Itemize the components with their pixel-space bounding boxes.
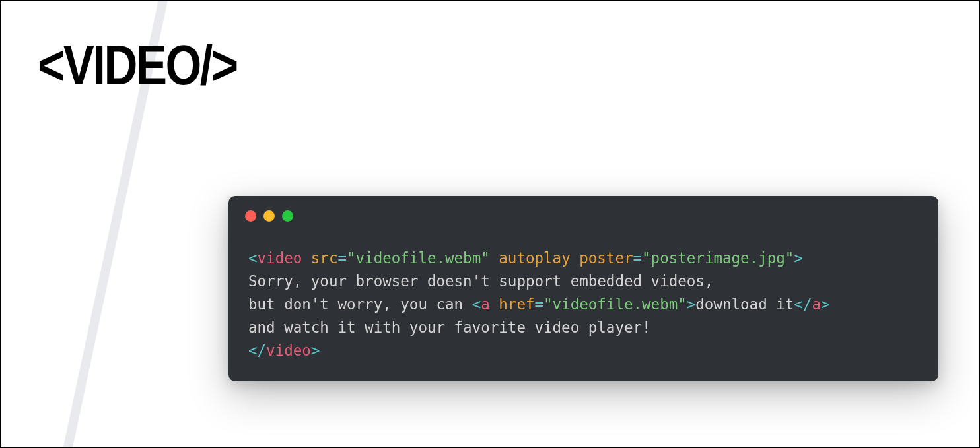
code-line-2: Sorry, your browser doesn't support embe… xyxy=(248,272,713,290)
code-line-1: <video src="videofile.webm" autoplay pos… xyxy=(248,249,803,267)
window-controls xyxy=(228,196,938,222)
code-block: <video src="videofile.webm" autoplay pos… xyxy=(228,222,938,362)
minimize-icon[interactable] xyxy=(263,210,275,222)
code-line-5: </video> xyxy=(248,342,320,359)
close-icon[interactable] xyxy=(245,210,256,222)
code-line-3: but don't worry, you can <a href="videof… xyxy=(248,296,830,313)
code-line-4: and watch it with your favorite video pl… xyxy=(248,319,651,336)
maximize-icon[interactable] xyxy=(282,210,293,222)
page-title: <VIDEO/> xyxy=(38,32,237,98)
code-window: <video src="videofile.webm" autoplay pos… xyxy=(228,196,938,381)
